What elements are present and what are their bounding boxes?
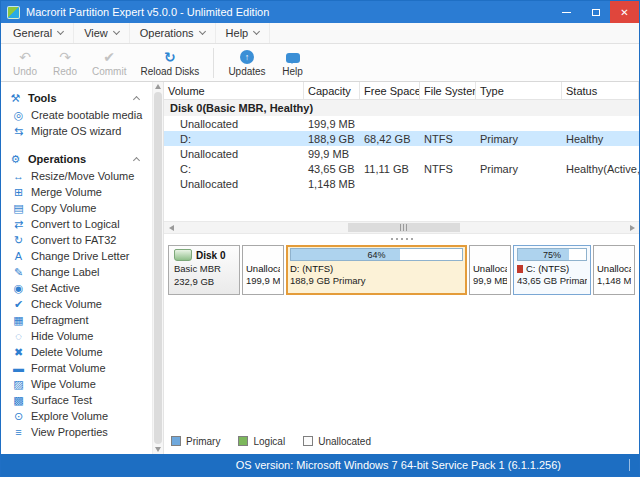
convert-fat32-icon: ↻ (12, 234, 25, 246)
sidebar-item-delete-volume[interactable]: ✖ Delete Volume (1, 344, 152, 360)
menu-operations[interactable]: Operations (130, 23, 216, 43)
main-panel: Volume Capacity Free Space File System T… (164, 82, 639, 454)
legend-item-unallocated: Unallocated (303, 436, 371, 447)
sidebar-scrollbar[interactable] (152, 82, 164, 454)
sidebar-item-migrate-os-wizard[interactable]: ⇆ Migrate OS wizard (1, 123, 152, 139)
scrollbar-thumb[interactable] (154, 92, 162, 444)
toolbar: ↶ Undo ↷ Redo ✔ Commit ↻ Reload Disks ↑ … (1, 44, 639, 82)
table-row-unallocated-3[interactable]: Unallocated 1,148 MB (164, 176, 639, 191)
sidebar-item-surface-test[interactable]: ▩ Surface Test (1, 392, 152, 408)
close-button[interactable]: ✕ (610, 1, 639, 23)
sidebar-item-explore-volume[interactable]: ⊙ Explore Volume (1, 408, 152, 424)
tools-section-header[interactable]: ⚒ Tools (1, 89, 152, 107)
table-row-unallocated-2[interactable]: Unallocated 99,9 MB (164, 146, 639, 161)
scrollbar-track[interactable] (178, 222, 625, 233)
defragment-icon: ▦ (12, 314, 25, 326)
column-header-free-space[interactable]: Free Space (360, 82, 420, 99)
sidebar-item-change-label[interactable]: ✎ Change Label (1, 264, 152, 280)
drive-letter-icon: A (12, 250, 25, 262)
column-header-type[interactable]: Type (476, 82, 562, 99)
sidebar-item-create-bootable-media[interactable]: ◎ Create bootable media (1, 107, 152, 123)
scrollbar-thumb[interactable] (348, 223, 460, 232)
sidebar-item-resize-move-volume[interactable]: ↔ Resize/Move Volume (1, 168, 152, 184)
column-header-volume[interactable]: Volume (164, 82, 304, 99)
operations-section: ⚙ Operations ↔ Resize/Move Volume ⊞ Merg… (1, 150, 152, 440)
updates-icon: ↑ (240, 50, 254, 64)
wipe-icon: ▨ (12, 378, 25, 390)
menu-view[interactable]: View (74, 23, 130, 43)
sidebar-item-check-volume[interactable]: ✔ Check Volume (1, 296, 152, 312)
volume-table: Disk 0(Basic MBR, Healthy) Unallocated 1… (164, 100, 639, 221)
delete-icon: ✖ (12, 346, 25, 358)
sidebar-item-merge-volume[interactable]: ⊞ Merge Volume (1, 184, 152, 200)
disk-map-legend: Primary Logical Unallocated (164, 432, 639, 450)
label-icon: ✎ (12, 266, 25, 278)
sidebar-item-view-properties[interactable]: ≡ View Properties (1, 424, 152, 440)
check-icon: ✔ (12, 298, 25, 310)
menu-help[interactable]: Help (216, 23, 271, 43)
status-bar: OS version: Microsoft Windows 7 64-bit S… (1, 454, 639, 476)
explore-icon: ⊙ (12, 410, 25, 422)
scroll-down-arrow-icon[interactable] (155, 447, 161, 452)
maximize-button[interactable] (581, 1, 610, 23)
sidebar-item-convert-to-logical[interactable]: ⇄ Convert to Logical (1, 216, 152, 232)
column-header-file-system[interactable]: File System (420, 82, 476, 99)
column-header-status[interactable]: Status (562, 82, 639, 99)
table-row-unallocated-1[interactable]: Unallocated 199,9 MB (164, 116, 639, 131)
partition-block-c[interactable]: 75% C: (NTFS) 43,65 GB Primary (513, 245, 591, 295)
app-logo-icon (7, 6, 20, 19)
operations-section-header[interactable]: ⚙ Operations (1, 150, 152, 168)
bootable-media-icon: ◎ (12, 109, 25, 121)
scroll-right-arrow-icon[interactable] (625, 222, 639, 233)
window-title: Macrorit Partition Expert v5.0.0 - Unlim… (26, 6, 552, 18)
scroll-left-arrow-icon[interactable] (164, 222, 178, 233)
undo-button[interactable]: ↶ Undo (5, 47, 45, 78)
disk-group-row[interactable]: Disk 0(Basic MBR, Healthy) (164, 100, 639, 116)
sidebar-item-copy-volume[interactable]: ▤ Copy Volume (1, 200, 152, 216)
sidebar-item-set-active[interactable]: ◉ Set Active (1, 280, 152, 296)
sidebar-item-convert-to-fat32[interactable]: ↻ Convert to FAT32 (1, 232, 152, 248)
hide-icon: ◌ (12, 330, 25, 342)
help-button[interactable]: Help (273, 47, 313, 78)
redo-button[interactable]: ↷ Redo (45, 47, 85, 78)
logical-swatch-icon (238, 436, 248, 446)
close-icon: ✕ (620, 7, 628, 18)
disk-info-box[interactable]: Disk 0 Basic MBR 232,9 GB (168, 245, 240, 295)
maximize-icon (592, 9, 600, 16)
panel-splitter[interactable] (164, 234, 639, 243)
main-body: ⚒ Tools ◎ Create bootable media ⇆ Migrat… (1, 82, 639, 454)
sidebar-item-wipe-volume[interactable]: ▨ Wipe Volume (1, 376, 152, 392)
usage-percent: 64% (291, 249, 462, 260)
column-header-capacity[interactable]: Capacity (304, 82, 360, 99)
table-row-volume-c[interactable]: C: 43,65 GB 11,11 GB NTFS Primary Health… (164, 161, 639, 176)
chevron-up-icon (133, 157, 140, 164)
sidebar-item-format-volume[interactable]: ▬ Format Volume (1, 360, 152, 376)
statusbar-separator (629, 459, 630, 471)
partition-block-unallocated-2[interactable]: Unalloca... 99,9 MB (469, 245, 511, 295)
commit-button[interactable]: ✔ Commit (85, 47, 133, 78)
commit-check-icon: ✔ (103, 49, 115, 65)
title-bar[interactable]: Macrorit Partition Expert v5.0.0 - Unlim… (1, 1, 639, 23)
scroll-up-arrow-icon[interactable] (155, 84, 161, 89)
copy-icon: ▤ (12, 202, 25, 214)
sidebar-item-hide-volume[interactable]: ◌ Hide Volume (1, 328, 152, 344)
gear-icon: ⚙ (9, 153, 22, 165)
partition-block-unallocated-1[interactable]: Unalloca... 199,9 MB (242, 245, 284, 295)
partition-block-unallocated-3[interactable]: Unalloca... 1,148 MB (593, 245, 635, 295)
disk-partition-style: Basic MBR (174, 263, 234, 274)
properties-icon: ≡ (12, 426, 25, 438)
chevron-down-icon (113, 28, 120, 35)
partition-block-d[interactable]: 64% D: (NTFS) 188,9 GB Primary (286, 245, 467, 295)
reload-disks-button[interactable]: ↻ Reload Disks (133, 47, 206, 78)
table-row-volume-d[interactable]: D: 188,9 GB 68,42 GB NTFS Primary Health… (164, 131, 639, 146)
minimize-button[interactable] (552, 1, 581, 23)
app-window: Macrorit Partition Expert v5.0.0 - Unlim… (0, 0, 640, 477)
system-partition-icon (517, 265, 523, 273)
horizontal-scrollbar[interactable] (164, 221, 639, 234)
sidebar: ⚒ Tools ◎ Create bootable media ⇆ Migrat… (1, 82, 152, 454)
sidebar-item-change-drive-letter[interactable]: A Change Drive Letter (1, 248, 152, 264)
chevron-down-icon (57, 28, 64, 35)
menu-general[interactable]: General (3, 23, 74, 43)
updates-button[interactable]: ↑ Updates (221, 47, 272, 78)
sidebar-item-defragment[interactable]: ▦ Defragment (1, 312, 152, 328)
